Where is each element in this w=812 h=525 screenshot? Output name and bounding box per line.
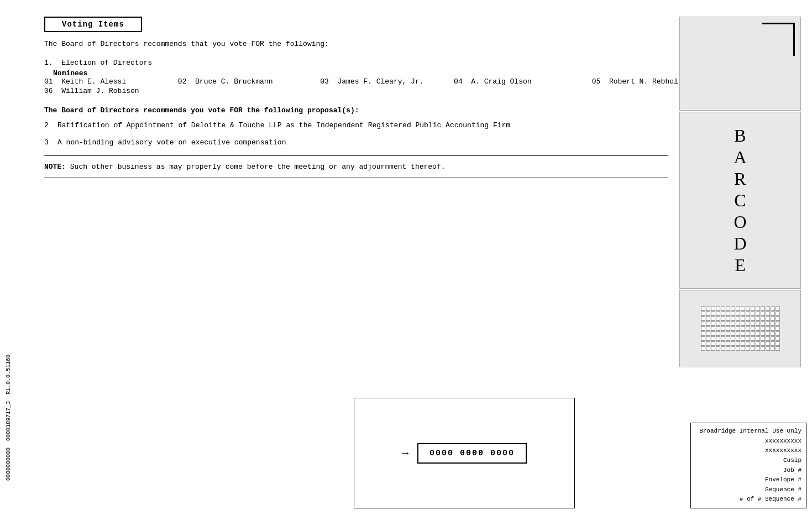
grid-cell xyxy=(731,316,735,321)
grid-cell xyxy=(726,346,730,351)
grid-cell xyxy=(711,341,715,346)
grid-cell xyxy=(776,346,780,351)
internal-use-sequence: Sequence # xyxy=(695,485,801,495)
grid-cell xyxy=(756,346,760,351)
grid-cell xyxy=(706,321,710,326)
grid-cell xyxy=(766,321,770,326)
grid-cell xyxy=(771,316,775,321)
grid-cell xyxy=(776,306,780,311)
nominees-row-1: 01 Keith E. Alessi 02 Bruce C. Bruckmann… xyxy=(44,77,668,86)
grid-cell xyxy=(716,331,720,336)
grid-cell xyxy=(766,306,770,311)
divider-1 xyxy=(44,155,668,156)
left-vertical-text: R1.0.0.51160 0000189717_3 0000000000 xyxy=(6,355,12,481)
grid-cell xyxy=(771,341,775,346)
grid-cell xyxy=(721,321,725,326)
grid-cell xyxy=(736,311,740,316)
grid-cell xyxy=(711,306,715,311)
grid-cell xyxy=(726,316,730,321)
grid-cell xyxy=(726,321,730,326)
internal-use-line2: xxxxxxxxxx xyxy=(695,446,801,456)
grid-cell xyxy=(726,326,730,331)
grid-cell xyxy=(741,331,745,336)
right-panel: B A R C O D E xyxy=(679,17,812,367)
grid-cell xyxy=(736,326,740,331)
grid-cell xyxy=(736,336,740,341)
grid-cell xyxy=(756,331,760,336)
grid-cell xyxy=(721,326,725,331)
code-value: 0000 0000 0000 xyxy=(429,449,515,458)
grid-cell xyxy=(731,341,735,346)
grid-cell xyxy=(761,321,765,326)
grid-cell xyxy=(766,341,770,346)
grid-cell xyxy=(761,341,765,346)
grid-cell xyxy=(746,331,750,336)
grid-cell xyxy=(711,346,715,351)
grid-cell xyxy=(756,306,760,311)
grid-cell xyxy=(731,311,735,316)
grid-cell xyxy=(741,341,745,346)
grid-cell xyxy=(751,346,755,351)
proposal-2-text: Ratification of Appointment of Deloitte … xyxy=(57,121,668,129)
grid-cell xyxy=(751,311,755,316)
grid-cell xyxy=(721,341,725,346)
grid-cell xyxy=(711,331,715,336)
grid-cell xyxy=(746,336,750,341)
grid-cell xyxy=(746,316,750,321)
grid-cell xyxy=(741,306,745,311)
grid-cell xyxy=(726,331,730,336)
grid-cell xyxy=(701,336,705,341)
grid-cell xyxy=(771,346,775,351)
grid-visual xyxy=(701,306,780,351)
code-value-box: 0000 0000 0000 xyxy=(417,443,527,464)
grid-cell xyxy=(701,331,705,336)
internal-use-hash-sequence: # of # Sequence # xyxy=(695,495,801,505)
grid-cell xyxy=(736,316,740,321)
grid-cell xyxy=(731,326,735,331)
grid-cell xyxy=(771,336,775,341)
grid-cell xyxy=(716,341,720,346)
nominees-row-2: 06 William J. Robison xyxy=(44,87,668,95)
grid-cell xyxy=(776,336,780,341)
board-recommends-for: The Board of Directors recommends you vo… xyxy=(44,106,668,115)
grid-cell xyxy=(741,321,745,326)
grid-cell xyxy=(776,331,780,336)
internal-use-job: Job # xyxy=(695,466,801,476)
grid-cell xyxy=(716,316,720,321)
proposal-item-3: 3 A non-binding advisory vote on executi… xyxy=(44,138,668,147)
internal-use-envelope: Envelope # xyxy=(695,475,801,485)
barcode-label-panel: B A R C O D E xyxy=(679,112,801,289)
grid-cell xyxy=(726,341,730,346)
grid-cell xyxy=(776,326,780,331)
grid-cell xyxy=(761,346,765,351)
corner-bracket-inner xyxy=(762,23,795,56)
internal-use-title: Broadridge Internal Use Only xyxy=(695,427,801,436)
grid-cell xyxy=(721,306,725,311)
grid-cell xyxy=(771,331,775,336)
grid-cell xyxy=(746,311,750,316)
grid-cell xyxy=(756,316,760,321)
grid-cell xyxy=(716,321,720,326)
grid-cell xyxy=(756,321,760,326)
grid-cell xyxy=(751,336,755,341)
item1-section: 1. Election of Directors Nominees 01 Kei… xyxy=(44,59,668,95)
grid-cell xyxy=(731,336,735,341)
grid-cell xyxy=(746,346,750,351)
grid-cell xyxy=(741,346,745,351)
note-bold: NOTE: xyxy=(44,163,66,171)
grid-cell xyxy=(736,321,740,326)
grid-cell xyxy=(756,336,760,341)
grid-cell xyxy=(776,311,780,316)
grid-cell xyxy=(731,321,735,326)
grid-cell xyxy=(721,336,725,341)
corner-bracket xyxy=(679,17,801,111)
grid-cell xyxy=(776,341,780,346)
nominees-label: Nominees xyxy=(53,69,668,77)
item1-number: 1. Election of Directors xyxy=(44,59,668,67)
grid-cell xyxy=(746,321,750,326)
grid-cell xyxy=(716,336,720,341)
grid-cell xyxy=(711,311,715,316)
barcode-O: O xyxy=(734,212,746,232)
grid-cell xyxy=(741,326,745,331)
grid-cell xyxy=(706,331,710,336)
